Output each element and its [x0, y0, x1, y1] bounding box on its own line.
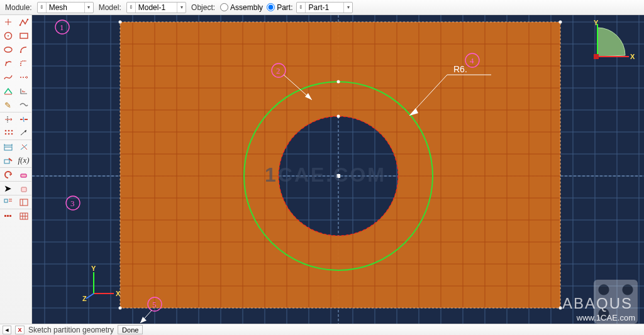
svg-point-25 — [8, 133, 9, 135]
svg-rect-44 — [4, 215, 6, 217]
constraint-tool[interactable] — [16, 140, 31, 154]
chevron-up-down-icon[interactable]: ⇕ — [297, 3, 306, 13]
svg-rect-45 — [7, 215, 9, 217]
svg-text:1: 1 — [60, 23, 64, 32]
svg-text:X: X — [116, 290, 121, 297]
point-tool[interactable] — [0, 15, 16, 29]
assembly-radio-label: Assembly — [230, 3, 263, 12]
model-value: Model-1 — [136, 3, 177, 12]
svg-line-11 — [26, 76, 28, 77]
svg-rect-46 — [9, 215, 11, 217]
svg-point-3 — [26, 19, 28, 21]
module-label: Module: — [4, 3, 33, 12]
delete-tool[interactable] — [16, 182, 31, 195]
chevron-up-down-icon[interactable]: ⇕ — [127, 3, 136, 13]
parameter-tool[interactable]: f(x) — [16, 153, 31, 167]
svg-point-26 — [11, 133, 13, 135]
arc-center-tool[interactable] — [0, 57, 16, 70]
model-label: Model: — [97, 3, 123, 12]
sketch-viewport[interactable]: 1CAE.COM R6. 1 2 3 4 5 X — [32, 15, 644, 324]
svg-point-4 — [4, 33, 11, 40]
center-watermark: 1CAE.COM — [265, 163, 386, 186]
svg-rect-42 — [20, 199, 28, 206]
svg-line-34 — [22, 145, 27, 150]
construction-line-tool[interactable] — [16, 70, 31, 84]
svg-text:2: 2 — [276, 66, 280, 75]
offset-tool[interactable] — [16, 84, 31, 98]
svg-line-17 — [11, 119, 12, 121]
part-value: Part-1 — [306, 3, 343, 12]
line-tool[interactable] — [16, 15, 31, 29]
module-selector[interactable]: ⇕ Mesh ▾ — [37, 2, 94, 13]
move-tool[interactable] — [16, 126, 31, 140]
part-selector[interactable]: ⇕ Part-1 ▾ — [296, 2, 353, 13]
select-tool[interactable]: ➤ — [0, 182, 16, 195]
svg-text:R6.: R6. — [453, 64, 467, 74]
svg-rect-38 — [21, 187, 26, 192]
dimension-tool[interactable] — [0, 140, 16, 154]
svg-point-8 — [19, 52, 21, 53]
arc-tangent-tool[interactable] — [16, 43, 31, 57]
view-triad[interactable]: X Y — [586, 19, 636, 69]
object-label: Object: — [190, 3, 216, 12]
rectangle-tool[interactable] — [16, 29, 31, 43]
chevron-down-icon[interactable]: ▾ — [84, 3, 93, 13]
object-assembly-radio[interactable]: Assembly — [220, 3, 263, 12]
svg-point-136 — [119, 307, 122, 310]
svg-point-137 — [559, 307, 562, 310]
project-edges-tool[interactable] — [0, 84, 16, 98]
svg-rect-6 — [20, 33, 28, 38]
assembly-radio-input[interactable] — [220, 3, 228, 11]
split-tool[interactable] — [16, 113, 31, 126]
object-part-radio[interactable]: Part: — [267, 3, 292, 12]
module-value: Mesh — [47, 3, 84, 12]
svg-point-22 — [8, 130, 9, 132]
svg-rect-39 — [4, 199, 8, 202]
svg-marker-28 — [25, 130, 26, 133]
svg-point-5 — [8, 35, 9, 36]
circle-tool[interactable] — [0, 29, 16, 43]
prompt-cancel-button[interactable]: X — [15, 326, 25, 334]
model-selector[interactable]: ⇕ Model-1 ▾ — [126, 2, 186, 13]
svg-text:3: 3 — [70, 199, 75, 208]
prompt-back-button[interactable]: ◄ — [3, 326, 11, 334]
extend-tool[interactable] — [16, 98, 31, 112]
svg-line-27 — [21, 130, 26, 135]
svg-point-9 — [6, 62, 7, 63]
reset-view-tool[interactable] — [16, 195, 31, 209]
spline-tool[interactable] — [0, 70, 16, 84]
svg-point-139 — [337, 115, 340, 118]
fillet-tool[interactable] — [16, 57, 31, 70]
svg-rect-47 — [20, 213, 28, 219]
linear-pattern-tool[interactable] — [0, 209, 16, 223]
main-area: ✎ f(x) ➤ — [0, 15, 644, 324]
prompt-done-button[interactable]: Done — [118, 325, 143, 334]
svg-line-20 — [23, 117, 24, 122]
chevron-up-down-icon[interactable]: ⇕ — [38, 3, 47, 13]
svg-point-134 — [119, 21, 122, 24]
svg-point-23 — [11, 130, 13, 132]
undo-tool[interactable] — [0, 168, 16, 182]
pattern-tool[interactable] — [0, 126, 16, 140]
sketch-options-tool[interactable] — [0, 195, 16, 209]
part-radio-label: Part: — [277, 3, 292, 12]
chevron-down-icon[interactable]: ▾ — [343, 3, 352, 13]
svg-rect-29 — [4, 147, 12, 150]
trim-tool[interactable]: ✎ — [0, 98, 16, 112]
prompt-bar: ◄ X Sketch partition geometry Done — [0, 324, 644, 335]
svg-rect-159 — [594, 54, 599, 59]
part-radio-input[interactable] — [267, 3, 275, 11]
ellipse-tool[interactable] — [0, 43, 16, 57]
svg-point-135 — [559, 21, 562, 24]
svg-point-7 — [4, 47, 12, 52]
grid-pattern-tool[interactable] — [16, 209, 31, 223]
chevron-down-icon[interactable]: ▾ — [177, 3, 186, 13]
eraser-tool[interactable] — [16, 168, 31, 182]
svg-text:4: 4 — [470, 56, 474, 65]
svg-text:Z: Z — [82, 295, 87, 302]
auto-trim-tool[interactable] — [0, 113, 16, 126]
brand-watermark: ABAQUS — [562, 295, 633, 312]
edit-dimension-tool[interactable] — [0, 153, 16, 167]
svg-point-2 — [19, 25, 21, 26]
svg-point-24 — [4, 133, 6, 135]
